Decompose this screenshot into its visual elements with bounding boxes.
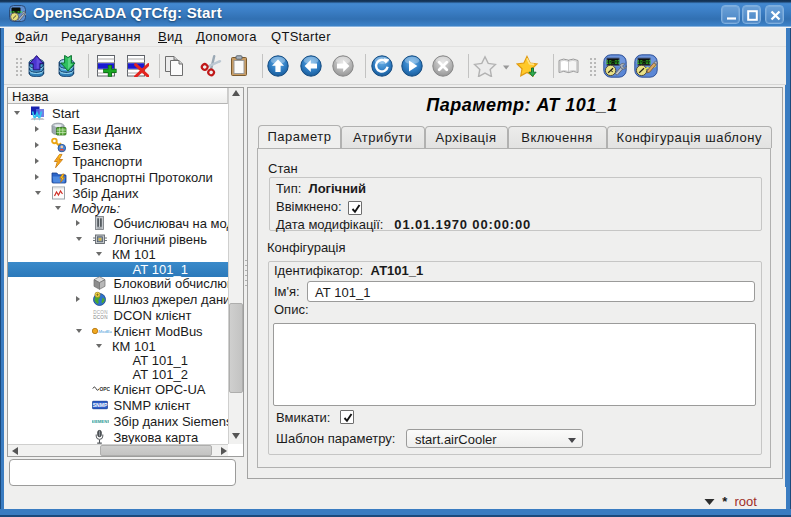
svg-text:SIEMENS: SIEMENS: [92, 419, 109, 424]
svg-text:ModBus: ModBus: [98, 329, 112, 334]
svg-text:OPC: OPC: [99, 387, 110, 392]
svg-text:SNMP: SNMP: [92, 402, 107, 408]
svg-text:DCON: DCON: [93, 315, 107, 320]
svg-text:10:03: 10:03: [606, 60, 621, 65]
svg-text:10:03: 10:03: [637, 60, 652, 65]
